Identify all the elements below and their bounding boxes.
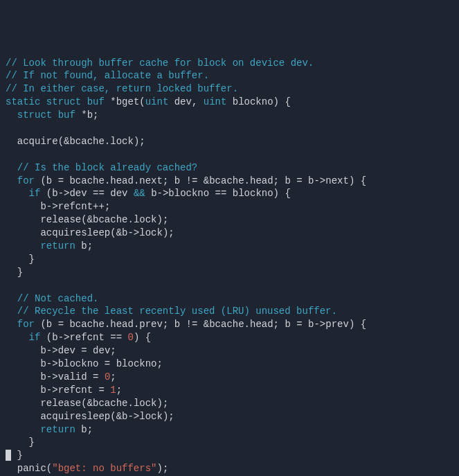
id-lock: lock [134, 214, 157, 225]
type-buf: buf [58, 109, 75, 121]
semi: ; [139, 136, 145, 147]
eqeq: == [93, 188, 105, 199]
star: * [110, 96, 116, 107]
rparen: ) [349, 319, 354, 330]
var-b: b [81, 240, 87, 252]
arrow: -> [46, 371, 58, 382]
call-release: release [40, 398, 81, 409]
semi: ; [273, 175, 279, 186]
num-one: 1 [110, 385, 116, 396]
lbrace: { [285, 96, 290, 107]
semi: ; [87, 240, 93, 252]
semi: ; [156, 358, 162, 369]
semi: ; [168, 411, 174, 422]
dot: . [244, 319, 250, 330]
lparen: ( [40, 175, 46, 186]
lparen: ( [40, 319, 46, 330]
lparen: ( [81, 398, 87, 409]
dot: . [127, 214, 133, 225]
id-head: head [250, 319, 273, 330]
rbrace: } [29, 437, 35, 448]
param-dev: dev [58, 345, 75, 356]
type-uint: uint [145, 96, 169, 107]
id-refcnt: refcnt [69, 332, 104, 343]
rbrace: } [29, 254, 35, 265]
id-bcache: bcache [93, 214, 127, 225]
code-editor[interactable]: // Look through buffer cache for block o… [6, 57, 453, 476]
kw-struct: struct [46, 96, 81, 107]
id-head: head [110, 319, 134, 330]
id-refcnt: refcnt [58, 385, 93, 396]
semi: ; [93, 109, 98, 121]
amp: & [87, 398, 93, 409]
id-bcache: bcache [69, 175, 104, 186]
param-blockno: blockno [233, 188, 273, 199]
arrow: -> [46, 385, 58, 396]
id-head: head [110, 175, 134, 186]
id-prev: prev [325, 319, 349, 330]
lbrace: { [145, 332, 151, 343]
lbrace: { [285, 188, 290, 199]
id-lock: lock [134, 398, 157, 409]
id-bcache: bcache [93, 398, 127, 409]
arrow: -> [127, 411, 139, 422]
lparen: ( [58, 136, 64, 147]
amp: & [116, 227, 122, 238]
id-bcache: bcache [69, 319, 104, 330]
lparen: ( [46, 463, 52, 474]
amp: & [204, 319, 209, 330]
amp: & [204, 175, 209, 186]
param-blockno: blockno [168, 188, 209, 199]
plusplus: ++ [93, 201, 105, 212]
lparen: ( [46, 332, 52, 343]
id-next: next [325, 175, 349, 186]
arrow: -> [46, 345, 58, 356]
call-acquire: acquire [17, 136, 58, 147]
eq: = [105, 358, 110, 369]
id-lock: lock [139, 227, 163, 238]
id-bcache: bcache [209, 319, 244, 330]
arrow: -> [58, 332, 70, 343]
kw-for: for [17, 175, 35, 186]
var-b: b [87, 109, 93, 121]
id-valid: valid [58, 371, 87, 382]
semi: ; [110, 371, 116, 382]
var-b: b [174, 319, 180, 330]
arrow: -> [314, 319, 325, 330]
neq: != [186, 319, 198, 330]
semi: ; [105, 201, 110, 212]
string-literal: "bget: no buffers" [52, 463, 156, 474]
rparen: ) [156, 398, 162, 409]
var-b: b [46, 319, 52, 330]
semi: ; [110, 345, 116, 356]
rparen: ) [134, 332, 139, 343]
eqeq: == [215, 188, 227, 199]
call-acquiresleep: acquiresleep [40, 411, 110, 422]
eqeq: == [110, 332, 122, 343]
eq: = [296, 319, 302, 330]
var-b: b [52, 188, 57, 199]
comment-line: // Recycle the least recently used (LRU)… [17, 306, 337, 317]
var-b: b [40, 385, 46, 396]
star: * [81, 109, 87, 121]
lparen: ( [139, 96, 145, 107]
arrow: -> [314, 175, 325, 186]
comment-line: // Not cached. [17, 293, 99, 304]
semi: ; [163, 463, 168, 474]
var-b: b [151, 188, 156, 199]
arrow: -> [127, 227, 139, 238]
eq: = [93, 371, 98, 382]
rbrace: } [17, 267, 23, 278]
semi: ; [87, 424, 93, 435]
param-dev: dev [110, 188, 127, 199]
dot: . [105, 136, 110, 147]
andand: && [134, 188, 145, 199]
arrow: -> [46, 201, 58, 212]
amp: & [116, 411, 122, 422]
param-blockno: blockno [233, 96, 273, 107]
var-b: b [40, 358, 46, 369]
rparen: ) [273, 96, 279, 107]
call-release: release [40, 214, 81, 225]
semi: ; [163, 398, 168, 409]
comment-line: // Look through buffer cache for block o… [6, 58, 314, 69]
